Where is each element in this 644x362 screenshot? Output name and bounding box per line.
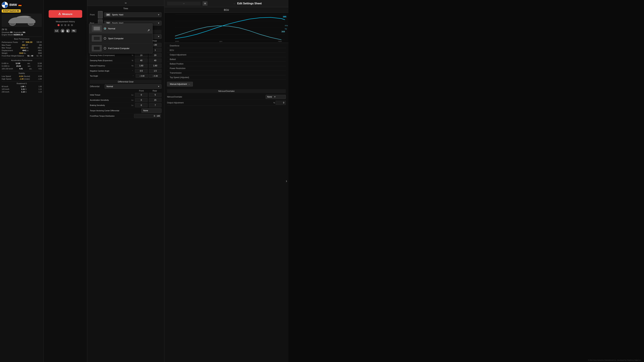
accel-sensitivity-values: 0 15 bbox=[135, 98, 162, 102]
output-adj-label: Output Adjustment bbox=[170, 54, 186, 56]
torque-dist-row: Front/Rear Torque Distribution 0 : 100 bbox=[90, 113, 162, 119]
measurement-history-title: Measurement History bbox=[56, 20, 75, 23]
bop-badge: ⚖ BoP Applied (M) bbox=[2, 9, 21, 12]
tire-rear-dropdown-arrow: ▼ bbox=[158, 22, 160, 24]
r1-label[interactable]: R1 bbox=[71, 29, 76, 32]
toe-angle-label: Toe Angle bbox=[90, 75, 131, 77]
damping-compression-unit: % bbox=[130, 54, 135, 56]
ecu-sport-label: Sport Computer bbox=[108, 37, 124, 40]
zero-1000-row: 0-1000 m 23.04 sec. 23.04 bbox=[2, 65, 42, 67]
damping-compression-front[interactable]: 20 bbox=[135, 53, 148, 57]
ecu-option-full[interactable]: Full Control Computer bbox=[89, 43, 152, 53]
manual-adj-label: Manual Adjustment bbox=[170, 83, 187, 85]
toe-angle-row: Toe Angle ° ↕ 0.00 ↕ 0.30 bbox=[90, 73, 162, 78]
nitrous-select[interactable]: None ▼ bbox=[266, 95, 286, 99]
max-torque-compare: 368.8 bbox=[38, 47, 42, 49]
max-torque-label: Max Torque bbox=[2, 47, 11, 49]
differential-label: Differential bbox=[90, 85, 103, 88]
accel-sensitivity-rear[interactable]: 15 bbox=[149, 98, 162, 102]
braking-sensitivity-row: Braking Sensitivity Lv. 0 7 bbox=[90, 103, 162, 108]
manual-adj-more: ··· bbox=[188, 83, 190, 85]
initial-torque-label: Initial Torque bbox=[90, 94, 130, 96]
differential-dropdown-arrow: ▼ bbox=[158, 85, 160, 88]
100-150-value: 4.01 bbox=[19, 68, 23, 70]
edit-settings-title: ··· Edit Settings Sheet bbox=[210, 2, 286, 5]
ballast-pos-row: Ballast Position bbox=[167, 62, 286, 66]
initial-torque-unit: Lv. bbox=[130, 94, 135, 96]
dot-3[interactable] bbox=[64, 24, 66, 26]
pp-row: Performance Points PP 538.30 538.30 bbox=[2, 40, 42, 44]
240kmh-label: 240 km/h bbox=[2, 91, 9, 93]
dot-2[interactable] bbox=[61, 24, 63, 26]
120kmh-compare: 1.11 bbox=[38, 88, 42, 90]
initial-torque-front[interactable]: 0 bbox=[135, 93, 148, 97]
high-speed-compare: -1.00 bbox=[38, 78, 42, 80]
toe-angle-rear[interactable]: ↕ 0.30 bbox=[149, 74, 162, 78]
svg-text:rpm: rpm bbox=[219, 40, 222, 42]
torque-dist-value[interactable]: 0 : 100 bbox=[134, 114, 161, 118]
suspension-dropdown-arrow: ▼ bbox=[158, 35, 160, 38]
differential-section: Differential Gear Differential Normal ▼ … bbox=[87, 79, 164, 119]
damping-expansion-unit: % bbox=[130, 60, 135, 61]
rotational-g-title: Rotational G bbox=[2, 82, 42, 84]
output-adj-value[interactable]: 0 bbox=[276, 101, 286, 105]
accel-sensitivity-front[interactable]: 0 bbox=[135, 98, 148, 102]
dot-5[interactable] bbox=[71, 24, 73, 26]
balance-label: Front-Rear Weight Balance bbox=[2, 55, 24, 57]
braking-sensitivity-rear[interactable]: 7 bbox=[149, 103, 162, 107]
tire-front-selector[interactable]: SH Sports: Hard ▼ bbox=[104, 12, 162, 17]
camber-rear[interactable]: 1.5 bbox=[149, 69, 162, 73]
nitrous-dropdown-arrow: ▼ bbox=[274, 96, 276, 98]
natural-freq-values: 1.60 1.80 bbox=[135, 64, 162, 68]
differential-dropdown[interactable]: Normal ▼ bbox=[105, 84, 162, 89]
svg-text:369: 369 bbox=[282, 31, 285, 33]
max-power-value: 395 bbox=[22, 44, 25, 46]
displacement-label: Displacement bbox=[2, 49, 13, 51]
manual-adjustment-button[interactable]: Manual Adjustment ··· bbox=[167, 82, 193, 86]
zero-400-value: 12.68 bbox=[16, 62, 20, 64]
damping-compression-rear[interactable]: 20 bbox=[149, 53, 162, 57]
drivetrain-line: Drivetrain FR / Aspiration NA bbox=[2, 31, 42, 33]
right-panel: -- ≡ ··· Edit Settings Sheet ECU 395 369 bbox=[164, 0, 288, 181]
rp-title: Edit Settings Sheet bbox=[237, 2, 262, 5]
l1-label[interactable]: L1 bbox=[54, 29, 59, 32]
menu-button[interactable]: ≡ bbox=[202, 1, 208, 6]
60kmh-label: 60 km/h bbox=[2, 85, 8, 87]
more-icon[interactable]: ··· bbox=[234, 2, 235, 5]
engine-model-line: Engine Model S62B50-Z8 bbox=[2, 34, 42, 36]
nav-prev-button[interactable]: ◀ bbox=[60, 29, 64, 33]
svg-text:1000: 1000 bbox=[175, 40, 179, 42]
60kmh-value: 1.06 bbox=[21, 85, 24, 87]
ecu-sport-radio bbox=[104, 37, 106, 39]
dot-4[interactable] bbox=[68, 24, 70, 26]
middle-panel: Measure Measurement History L1 ◀ ▶ R1 bbox=[44, 0, 87, 181]
nav-next-button[interactable]: ▶ bbox=[66, 29, 70, 33]
braking-sensitivity-front[interactable]: 0 bbox=[135, 103, 148, 107]
chevron-right-icon[interactable]: › bbox=[284, 177, 288, 181]
weight-row: Weight 3549 lbs. 3549 bbox=[2, 52, 42, 54]
damping-expansion-front[interactable]: 40 bbox=[135, 58, 148, 62]
low-speed-label: Low Speed bbox=[2, 75, 11, 77]
camber-unit: ° bbox=[130, 70, 135, 72]
damping-expansion-rear[interactable]: 40 bbox=[149, 58, 162, 62]
damping-compression-row: Damping Ratio (Compression) % 20 20 bbox=[90, 53, 162, 58]
natural-freq-front[interactable]: 1.60 bbox=[135, 64, 148, 68]
rp-sections-list: Downforce ECU Output Adjustment Ballast … bbox=[164, 43, 288, 80]
initial-torque-rear[interactable]: 5 bbox=[149, 93, 162, 97]
car-name: Z8 '01 bbox=[2, 28, 42, 31]
displacement-compare: 4941 bbox=[38, 50, 42, 51]
toe-angle-front[interactable]: ↕ 0.00 bbox=[136, 74, 148, 78]
tires-title: Tires bbox=[90, 7, 162, 10]
ecu-option-sport[interactable]: Sport Computer bbox=[89, 33, 152, 43]
natural-freq-rear[interactable]: 1.80 bbox=[149, 64, 162, 68]
ecu-normal-radio bbox=[104, 27, 106, 30]
natural-freq-label: Natural Frequency bbox=[90, 65, 130, 67]
measurement-history: Measurement History bbox=[56, 20, 75, 26]
dot-1[interactable] bbox=[58, 24, 60, 26]
torque-vectoring-dropdown[interactable]: None bbox=[142, 108, 162, 113]
output-adj-row: Output Adjustment bbox=[167, 53, 286, 57]
top-speed-row: Top Speed (Adjusted) bbox=[167, 75, 286, 80]
measure-button[interactable]: Measure bbox=[49, 10, 82, 18]
ecu-option-normal[interactable]: Normal ↗ bbox=[89, 24, 152, 33]
camber-front[interactable]: 0.5 bbox=[135, 69, 148, 73]
